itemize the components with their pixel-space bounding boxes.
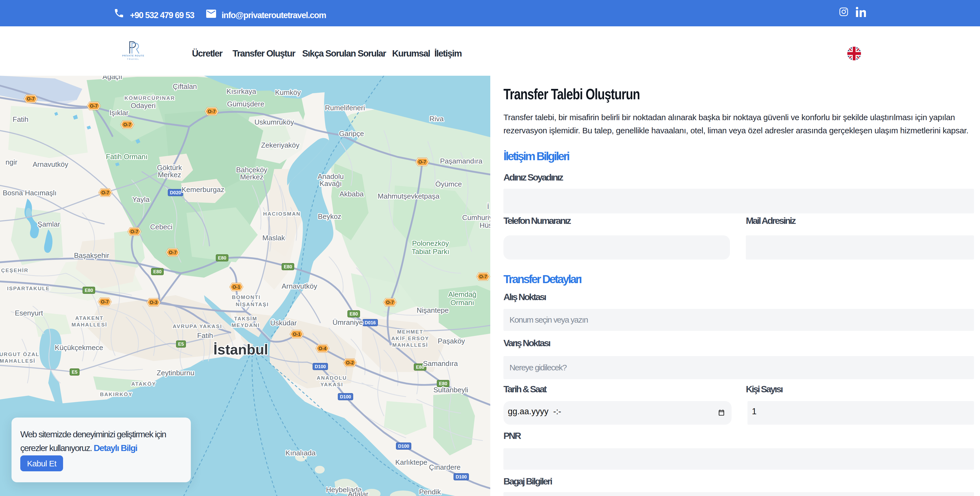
svg-text:MAHALLESİ: MAHALLESİ bbox=[72, 322, 108, 327]
svg-text:Kemerburgaz: Kemerburgaz bbox=[181, 185, 224, 194]
svg-text:O-7: O-7 bbox=[130, 229, 138, 234]
svg-text:Alemdağ: Alemdağ bbox=[448, 290, 477, 298]
svg-text:BAKIRKÖY: BAKIRKÖY bbox=[100, 391, 133, 397]
svg-text:İ: İ bbox=[487, 203, 489, 211]
svg-text:O-7: O-7 bbox=[208, 109, 216, 114]
svg-text:Odayeri: Odayeri bbox=[130, 102, 156, 110]
svg-text:AKİF ERSOY: AKİF ERSOY bbox=[391, 335, 429, 341]
svg-text:O-7: O-7 bbox=[386, 300, 394, 305]
svg-text:ATAKENT: ATAKENT bbox=[75, 315, 103, 321]
svg-text:ISPARTAKULE: ISPARTAKULE bbox=[7, 285, 50, 291]
svg-text:D100: D100 bbox=[398, 443, 409, 449]
svg-text:D100: D100 bbox=[315, 364, 326, 369]
svg-text:Esenyurt: Esenyurt bbox=[15, 309, 43, 317]
svg-text:O-7: O-7 bbox=[479, 274, 487, 279]
svg-text:Merkez: Merkez bbox=[158, 171, 181, 179]
svg-text:ANADOLU: ANADOLU bbox=[317, 375, 347, 381]
svg-text:KÖMÜRCÜPINAR: KÖMÜRCÜPINAR bbox=[124, 95, 175, 101]
svg-text:Paşaköy: Paşaköy bbox=[438, 337, 465, 345]
svg-text:Ağaçlı: Ağaçlı bbox=[103, 76, 122, 81]
svg-text:Kavağı: Kavağı bbox=[320, 179, 342, 188]
svg-text:BOMONTI: BOMONTI bbox=[232, 294, 261, 300]
svg-text:O-1: O-1 bbox=[232, 284, 240, 290]
svg-text:Yayla: Yayla bbox=[132, 195, 150, 204]
svg-text:ngir: ngir bbox=[5, 158, 18, 166]
svg-text:Tabiat Parkı: Tabiat Parkı bbox=[412, 247, 449, 256]
svg-text:Fatih Ormanı: Fatih Ormanı bbox=[106, 153, 148, 161]
svg-text:YAKASI: YAKASI bbox=[320, 381, 343, 388]
svg-text:MEYDANI: MEYDANI bbox=[231, 322, 260, 328]
svg-text:HACIOSMAN: HACIOSMAN bbox=[263, 211, 301, 217]
svg-text:Kınalıada: Kınalıada bbox=[285, 449, 316, 457]
svg-text:Küçükçekmece: Küçükçekmece bbox=[55, 343, 103, 352]
svg-text:Merkez: Merkez bbox=[240, 173, 263, 181]
svg-text:D100: D100 bbox=[340, 394, 351, 399]
svg-text:O-7: O-7 bbox=[90, 104, 98, 108]
svg-text:Samandıra: Samandıra bbox=[423, 359, 458, 368]
svg-text:Garipçe: Garipçe bbox=[339, 129, 364, 138]
svg-text:Öyümce: Öyümce bbox=[436, 180, 462, 188]
svg-text:Kumköy: Kumköy bbox=[275, 88, 301, 97]
svg-text:Polonezköy: Polonezköy bbox=[412, 239, 449, 247]
svg-text:O-7: O-7 bbox=[418, 159, 426, 164]
svg-text:O-2: O-2 bbox=[346, 360, 354, 365]
svg-text:O-7: O-7 bbox=[169, 250, 177, 255]
svg-text:Işıklar: Işıklar bbox=[110, 108, 129, 117]
svg-text:Şamlar: Şamlar bbox=[38, 220, 60, 228]
svg-text:Beykoz: Beykoz bbox=[318, 212, 341, 220]
svg-text:Arnavutköy: Arnavutköy bbox=[33, 160, 68, 169]
svg-text:Bosna Hacımaşlı: Bosna Hacımaşlı bbox=[3, 189, 57, 197]
svg-text:D100: D100 bbox=[456, 474, 467, 480]
svg-text:Ümraniye: Ümraniye bbox=[332, 318, 363, 327]
svg-text:Cebeci: Cebeci bbox=[150, 223, 172, 231]
svg-text:AVRUPA YAKASI: AVRUPA YAKASI bbox=[173, 324, 222, 329]
svg-text:Çiftalan: Çiftalan bbox=[173, 82, 197, 91]
svg-text:Maslak: Maslak bbox=[262, 234, 285, 242]
svg-text:E80: E80 bbox=[153, 269, 162, 274]
svg-text:O-3: O-3 bbox=[150, 300, 158, 305]
svg-text:Gümüşdere: Gümüşdere bbox=[227, 100, 264, 108]
svg-text:Uskumruköy: Uskumruköy bbox=[255, 118, 294, 126]
svg-text:PRİVATE ROUTE: PRİVATE ROUTE bbox=[122, 54, 145, 57]
svg-text:Hüs: Hüs bbox=[480, 221, 490, 229]
svg-text:Pendik: Pendik bbox=[419, 488, 441, 496]
svg-text:O-7: O-7 bbox=[102, 190, 109, 195]
svg-text:E80: E80 bbox=[85, 288, 93, 293]
svg-text:Karlıktepe: Karlıktepe bbox=[395, 458, 427, 466]
svg-text:O-1: O-1 bbox=[293, 332, 301, 337]
svg-text:Adalar: Adalar bbox=[348, 490, 368, 496]
svg-text:Başakşehir: Başakşehir bbox=[74, 251, 110, 260]
svg-text:O-7: O-7 bbox=[101, 299, 108, 305]
svg-text:TRAVEL: TRAVEL bbox=[127, 58, 139, 61]
svg-text:Arnavutköy: Arnavutköy bbox=[282, 282, 317, 290]
svg-text:Fatih: Fatih bbox=[13, 115, 29, 123]
svg-text:Kısırkaya: Kısırkaya bbox=[226, 87, 256, 96]
svg-text:E80: E80 bbox=[284, 264, 292, 270]
svg-text:Zekeriyaköy: Zekeriyaköy bbox=[261, 141, 299, 149]
svg-text:ÇEŞEHİR: ÇEŞEHİR bbox=[1, 268, 29, 273]
svg-text:Akbaba: Akbaba bbox=[339, 190, 364, 198]
svg-text:Üsküdar: Üsküdar bbox=[270, 319, 297, 327]
svg-text:O-7: O-7 bbox=[123, 122, 131, 127]
svg-text:TAKSİM: TAKSİM bbox=[234, 316, 258, 322]
svg-text:Zeytinburnu: Zeytinburnu bbox=[157, 369, 194, 377]
svg-text:Sultanbeyli: Sultanbeyli bbox=[433, 386, 468, 394]
svg-text:O-4: O-4 bbox=[319, 346, 326, 351]
svg-text:İstanbul: İstanbul bbox=[213, 341, 268, 357]
svg-text:Nişantepe: Nişantepe bbox=[417, 306, 449, 314]
svg-text:MEHMET: MEHMET bbox=[397, 329, 423, 335]
svg-text:Çınardere: Çınardere bbox=[429, 463, 461, 471]
svg-text:E80: E80 bbox=[218, 255, 226, 261]
svg-text:E5: E5 bbox=[72, 370, 78, 375]
svg-text:MAHALLESİ: MAHALLESİ bbox=[392, 342, 428, 348]
svg-text:E80: E80 bbox=[350, 311, 358, 317]
svg-text:Rumelifeneri: Rumelifeneri bbox=[325, 104, 365, 112]
svg-text:Fatih: Fatih bbox=[197, 332, 213, 340]
svg-text:Ormanı: Ormanı bbox=[450, 298, 474, 307]
svg-text:E5: E5 bbox=[178, 341, 184, 347]
svg-text:D020: D020 bbox=[170, 190, 181, 195]
svg-text:Riva: Riva bbox=[430, 115, 444, 123]
svg-text:D016: D016 bbox=[365, 320, 376, 325]
svg-text:TURGUT ÖZAL: TURGUT ÖZAL bbox=[0, 351, 40, 357]
svg-text:MAHALLESİ: MAHALLESİ bbox=[0, 358, 35, 364]
